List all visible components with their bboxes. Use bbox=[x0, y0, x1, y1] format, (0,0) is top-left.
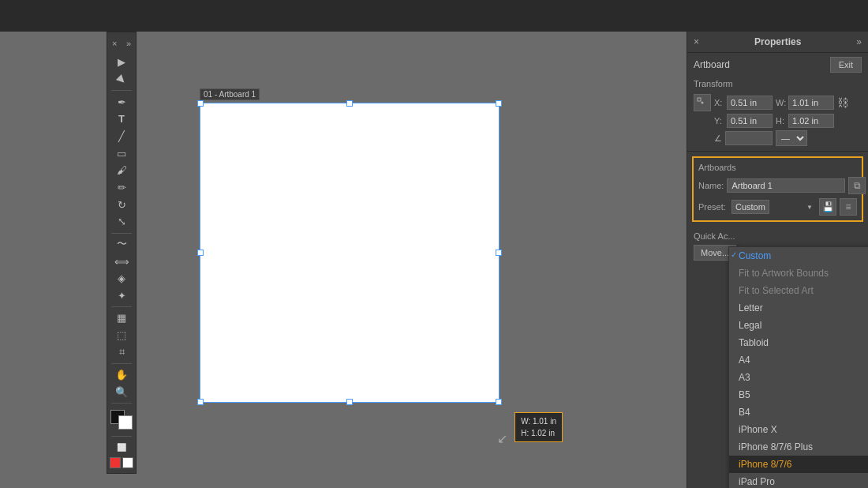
change-screen-mode-icon[interactable]: ⬜ bbox=[113, 440, 130, 456]
svg-rect-1 bbox=[704, 98, 707, 101]
artboards-section: Artboards Name: ⧉ 🗑 Preset: Custom 💾 ≡ bbox=[692, 156, 863, 222]
dropdown-item-tabloid[interactable]: Tabloid bbox=[729, 334, 868, 351]
tool-separator-3 bbox=[111, 306, 132, 307]
pen-tool-icon[interactable]: ✒ bbox=[113, 94, 130, 110]
handle-bottom-right[interactable] bbox=[496, 399, 502, 405]
dropdown-item-iphone-876plus[interactable]: iPhone 8/7/6 Plus bbox=[729, 438, 868, 456]
line-tool-icon[interactable]: ╱ bbox=[113, 129, 130, 145]
h-input[interactable] bbox=[788, 114, 834, 128]
preset-dropdown-menu[interactable]: Custom Fit to Artwork Bounds Fit to Sele… bbox=[728, 246, 868, 488]
handle-top-left[interactable] bbox=[197, 100, 204, 107]
panel-close-icon[interactable]: × bbox=[694, 36, 699, 47]
preset-row: Preset: Custom 💾 ≡ bbox=[698, 198, 857, 216]
canvas-area: 01 - Artboard 1 W: 1.01 in H: 1.02 in ↙ bbox=[137, 32, 639, 488]
tool-separator-2 bbox=[111, 233, 132, 234]
artboard-section-label: Artboard bbox=[694, 59, 730, 70]
white-color-icon[interactable] bbox=[122, 457, 133, 468]
dropdown-item-a3[interactable]: A3 bbox=[729, 369, 868, 386]
x-input[interactable] bbox=[727, 96, 773, 110]
slice-tool-icon[interactable]: ⌗ bbox=[113, 344, 130, 360]
transform-row-wh: Y: H: bbox=[694, 114, 862, 128]
paintbrush-tool-icon[interactable]: 🖌 bbox=[113, 163, 130, 178]
width-tool-icon[interactable]: ⟺ bbox=[113, 253, 130, 269]
handle-middle-left[interactable] bbox=[197, 250, 204, 256]
artboard[interactable] bbox=[200, 103, 499, 403]
symbol-tool-icon[interactable]: ✦ bbox=[113, 288, 130, 304]
blend-tool-icon[interactable]: ◈ bbox=[113, 271, 130, 287]
handle-bottom-middle[interactable] bbox=[346, 399, 353, 405]
artboard-container: 01 - Artboard 1 W: 1.01 in H: 1.02 in ↙ bbox=[200, 103, 499, 403]
angle-icon: ∠ bbox=[714, 133, 722, 144]
red-color-icon[interactable] bbox=[110, 457, 121, 468]
color-box[interactable] bbox=[110, 410, 133, 430]
column-graph-tool-icon[interactable]: ▦ bbox=[113, 310, 130, 326]
handle-top-middle[interactable] bbox=[346, 100, 353, 107]
svg-rect-2 bbox=[698, 104, 701, 107]
handle-bottom-left[interactable] bbox=[197, 399, 204, 405]
dropdown-item-iphone-876[interactable]: iPhone 8/7/6 bbox=[729, 456, 868, 473]
preset-select-wrap: Custom bbox=[731, 200, 816, 214]
w-input[interactable] bbox=[788, 96, 834, 110]
tool-separator-4 bbox=[111, 363, 132, 364]
size-tooltip-width: W: 1.01 in bbox=[521, 415, 556, 427]
size-tooltip-height: H: 1.02 in bbox=[521, 427, 556, 439]
dropdown-item-fit-artwork[interactable]: Fit to Artwork Bounds bbox=[729, 265, 868, 282]
toolbar-close-icon[interactable]: × bbox=[112, 39, 117, 48]
dropdown-item-legal[interactable]: Legal bbox=[729, 317, 868, 334]
warp-tool-icon[interactable]: 〜 bbox=[113, 237, 130, 253]
transform-anchor-icon[interactable] bbox=[694, 94, 711, 111]
h-label: H: bbox=[776, 116, 787, 126]
angle-input[interactable] bbox=[725, 131, 773, 145]
more-presets-button[interactable]: ≡ bbox=[840, 198, 857, 216]
background-color[interactable] bbox=[118, 415, 133, 430]
handle-top-right[interactable] bbox=[496, 100, 502, 107]
direct-selection-tool-icon[interactable]: ▶ bbox=[110, 68, 133, 91]
zoom-tool-icon[interactable]: 🔍 bbox=[113, 385, 130, 400]
artboard-name-input[interactable] bbox=[727, 178, 845, 193]
dropdown-item-iphone-x[interactable]: iPhone X bbox=[729, 421, 868, 438]
color-mode-icons bbox=[110, 457, 133, 468]
scale-tool-icon[interactable]: ⤡ bbox=[113, 214, 130, 230]
properties-panel: × Properties » Artboard Exit Transform X… bbox=[687, 32, 868, 488]
rectangle-tool-icon[interactable]: ▭ bbox=[113, 145, 130, 161]
artboard-label: 01 - Artboard 1 bbox=[200, 88, 260, 100]
quick-actions-label: Quick Ac... bbox=[694, 231, 862, 241]
save-preset-button[interactable]: 💾 bbox=[819, 198, 836, 216]
svg-rect-0 bbox=[698, 98, 701, 101]
preset-select[interactable]: Custom bbox=[731, 200, 769, 214]
dropdown-item-letter[interactable]: Letter bbox=[729, 299, 868, 317]
panel-expand-icon[interactable]: » bbox=[856, 36, 862, 47]
x-field: X: bbox=[714, 96, 773, 110]
resize-cursor-icon: ↙ bbox=[497, 431, 507, 446]
selection-tool-icon[interactable]: ▶ bbox=[113, 54, 130, 70]
hand-tool-icon[interactable]: ✋ bbox=[113, 367, 130, 383]
artboard-tool-icon[interactable]: ⬚ bbox=[113, 328, 130, 343]
toolbar: × » ▶ ▶ ✒ T ╱ ▭ 🖌 ✏ ↻ ⤡ 〜 ⟺ ◈ ✦ ▦ ⬚ ⌗ ✋ … bbox=[107, 32, 137, 474]
y-input[interactable] bbox=[727, 114, 773, 128]
handle-middle-right[interactable] bbox=[496, 250, 502, 256]
dropdown-item-b5[interactable]: B5 bbox=[729, 386, 868, 404]
h-field: H: bbox=[776, 114, 834, 128]
size-tooltip: W: 1.01 in H: 1.02 in bbox=[514, 412, 563, 442]
toolbar-header: × » bbox=[109, 37, 134, 50]
exit-button[interactable]: Exit bbox=[830, 57, 862, 73]
dropdown-item-a4[interactable]: A4 bbox=[729, 351, 868, 369]
dropdown-item-ipad-pro[interactable]: iPad Pro bbox=[729, 473, 868, 488]
toolbar-expand-icon[interactable]: » bbox=[126, 39, 131, 48]
dropdown-item-fit-art[interactable]: Fit to Selected Art bbox=[729, 282, 868, 299]
dropdown-item-b4[interactable]: B4 bbox=[729, 404, 868, 421]
y-field: Y: bbox=[714, 114, 773, 128]
angle-row: ∠ — bbox=[694, 130, 862, 146]
tool-separator-6 bbox=[111, 436, 132, 437]
pencil-tool-icon[interactable]: ✏ bbox=[113, 180, 130, 196]
type-tool-icon[interactable]: T bbox=[113, 111, 130, 127]
panel-header: × Properties » bbox=[687, 32, 868, 53]
name-label: Name: bbox=[698, 181, 724, 190]
dropdown-item-custom[interactable]: Custom bbox=[729, 247, 868, 265]
rotate-tool-icon[interactable]: ↻ bbox=[113, 197, 130, 212]
x-label: X: bbox=[714, 98, 725, 107]
angle-select[interactable]: — bbox=[776, 130, 807, 146]
link-wh-icon[interactable]: ⛓ bbox=[837, 96, 848, 109]
duplicate-artboard-button[interactable]: ⧉ bbox=[848, 177, 866, 194]
preset-label: Preset: bbox=[698, 202, 728, 212]
